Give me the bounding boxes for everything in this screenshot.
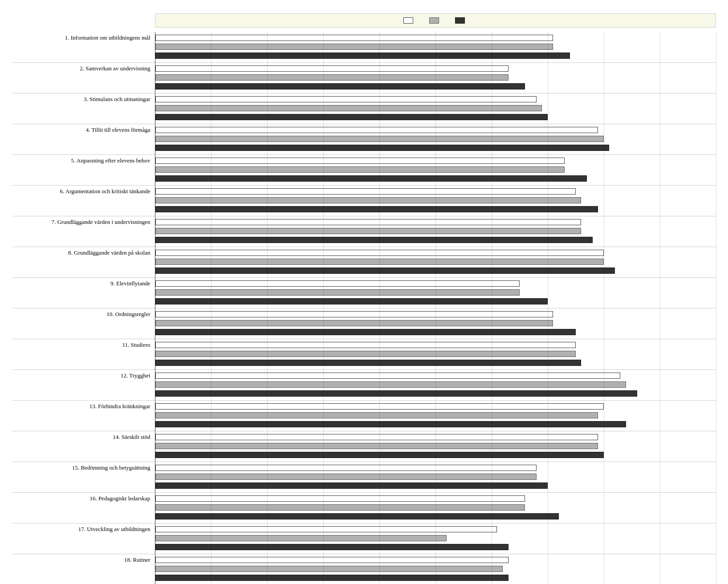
grid-line-4 bbox=[379, 32, 380, 584]
label-group-9: 9. Elevinflytande bbox=[12, 278, 155, 308]
label-group-6: 6. Argumentation och kritiskt tänkande bbox=[12, 186, 155, 216]
bar-6-0 bbox=[155, 188, 576, 195]
row-label-4: 4. Tillit till elevens förmåga bbox=[12, 126, 155, 134]
label-group-8: 8. Grundläggande värden på skolan bbox=[12, 247, 155, 278]
grid-line-5 bbox=[435, 32, 436, 584]
label-group-2: 2. Samverkan av undervisning bbox=[12, 63, 155, 93]
label-spacer-8-0 bbox=[12, 258, 155, 266]
bar-17-0 bbox=[155, 526, 497, 532]
bar-17-1 bbox=[155, 535, 447, 541]
chart-legend bbox=[155, 13, 716, 28]
label-spacer-2-0 bbox=[12, 73, 155, 81]
row-label-9: 9. Elevinflytande bbox=[12, 280, 155, 288]
label-spacer-6-0 bbox=[12, 196, 155, 204]
label-spacer-10-1 bbox=[12, 328, 155, 336]
label-spacer-14-0 bbox=[12, 442, 155, 450]
row-label-6: 6. Argumentation och kritiskt tänkande bbox=[12, 187, 155, 195]
label-spacer-9-0 bbox=[12, 288, 155, 296]
grid-line-9 bbox=[660, 32, 660, 584]
row-label-5: 5. Anpassning efter elevens behov bbox=[12, 157, 155, 165]
bars-column bbox=[155, 32, 716, 584]
bar-6-2 bbox=[155, 206, 598, 212]
bar-4-0 bbox=[155, 127, 598, 133]
bar-9-2 bbox=[155, 298, 548, 304]
label-group-5: 5. Anpassning efter elevens behov bbox=[12, 155, 155, 186]
label-spacer-5-1 bbox=[12, 174, 155, 182]
bar-16-0 bbox=[155, 495, 525, 502]
label-group-3: 3. Stimulans och utmaningar bbox=[12, 93, 155, 124]
bar-3-0 bbox=[155, 96, 537, 102]
row-label-7: 7. Grundläggande värden i undervisningen bbox=[12, 218, 155, 226]
legend-box-1 bbox=[403, 17, 413, 24]
label-spacer-12-0 bbox=[12, 381, 155, 389]
label-spacer-4-0 bbox=[12, 135, 155, 143]
label-group-7: 7. Grundläggande värden i undervisningen bbox=[12, 216, 155, 247]
row-label-14: 14. Särskilt stöd bbox=[12, 433, 155, 441]
label-spacer-13-0 bbox=[12, 411, 155, 419]
bar-16-2 bbox=[155, 513, 559, 519]
label-spacer-5-0 bbox=[12, 166, 155, 174]
bar-2-1 bbox=[155, 74, 508, 81]
bar-11-0 bbox=[155, 342, 576, 348]
label-group-4: 4. Tillit till elevens förmåga bbox=[12, 124, 155, 155]
bar-15-0 bbox=[155, 465, 537, 471]
label-spacer-10-0 bbox=[12, 319, 155, 327]
bar-13-2 bbox=[155, 421, 626, 427]
bar-5-2 bbox=[155, 175, 587, 182]
label-group-10: 10. Ordningsregler bbox=[12, 308, 155, 339]
label-group-13: 13. Förhindra kränkningar bbox=[12, 401, 155, 431]
row-label-3: 3. Stimulans och utmaningar bbox=[12, 95, 155, 103]
row-label-1: 1. Information om utbildningens mål bbox=[12, 34, 155, 42]
chart-container: 1. Information om utbildningens mål2. Sa… bbox=[12, 9, 716, 584]
label-group-11: 11. Studiero bbox=[12, 339, 155, 370]
label-spacer-8-1 bbox=[12, 267, 155, 275]
bar-5-0 bbox=[155, 158, 565, 164]
label-group-16: 16. Pedagogiskt ledarskap bbox=[12, 493, 155, 523]
label-spacer-13-1 bbox=[12, 420, 155, 428]
row-label-10: 10. Ordningsregler bbox=[12, 310, 155, 318]
grid-line-6 bbox=[492, 32, 492, 584]
legend-box-3 bbox=[455, 17, 465, 24]
label-group-14: 14. Särskilt stöd bbox=[12, 431, 155, 462]
grid-line-10 bbox=[716, 32, 716, 584]
label-spacer-7-1 bbox=[12, 236, 155, 244]
label-group-18: 18. Rutiner bbox=[12, 554, 155, 584]
label-group-12: 12. Trygghet bbox=[12, 370, 155, 401]
bar-1-2 bbox=[155, 53, 570, 59]
label-spacer-3-1 bbox=[12, 113, 155, 121]
label-spacer-2-1 bbox=[12, 82, 155, 90]
label-spacer-3-0 bbox=[12, 104, 155, 112]
label-spacer-15-1 bbox=[12, 482, 155, 490]
label-spacer-1-0 bbox=[12, 43, 155, 51]
chart-body: 1. Information om utbildningens mål2. Sa… bbox=[12, 32, 716, 584]
row-label-16: 16. Pedagogiskt ledarskap bbox=[12, 495, 155, 503]
label-spacer-18-1 bbox=[12, 574, 155, 582]
bar-17-2 bbox=[155, 544, 508, 550]
label-spacer-7-0 bbox=[12, 227, 155, 235]
label-spacer-9-1 bbox=[12, 297, 155, 305]
label-spacer-17-0 bbox=[12, 534, 155, 542]
row-label-11: 11. Studiero bbox=[12, 341, 155, 349]
legend-box-2 bbox=[429, 17, 439, 24]
label-spacer-6-1 bbox=[12, 205, 155, 213]
legend-item-1 bbox=[403, 17, 416, 24]
bar-7-2 bbox=[155, 237, 593, 243]
label-spacer-4-1 bbox=[12, 144, 155, 152]
label-spacer-18-0 bbox=[12, 565, 155, 573]
row-label-12: 12. Trygghet bbox=[12, 372, 155, 380]
label-group-15: 15. Bedömning och betygsättning bbox=[12, 462, 155, 493]
bar-9-1 bbox=[155, 289, 520, 296]
grid-line-7 bbox=[548, 32, 548, 584]
label-spacer-12-1 bbox=[12, 389, 155, 397]
bar-10-0 bbox=[155, 311, 553, 317]
labels-column: 1. Information om utbildningens mål2. Sa… bbox=[12, 32, 155, 584]
bar-6-1 bbox=[155, 197, 582, 203]
bar-18-0 bbox=[155, 557, 508, 563]
label-spacer-16-0 bbox=[12, 503, 155, 511]
label-spacer-11-0 bbox=[12, 350, 155, 358]
bar-8-2 bbox=[155, 268, 615, 274]
bar-1-1 bbox=[155, 44, 553, 50]
legend-item-3 bbox=[455, 17, 468, 24]
bar-3-1 bbox=[155, 105, 542, 111]
label-spacer-16-1 bbox=[12, 512, 155, 520]
